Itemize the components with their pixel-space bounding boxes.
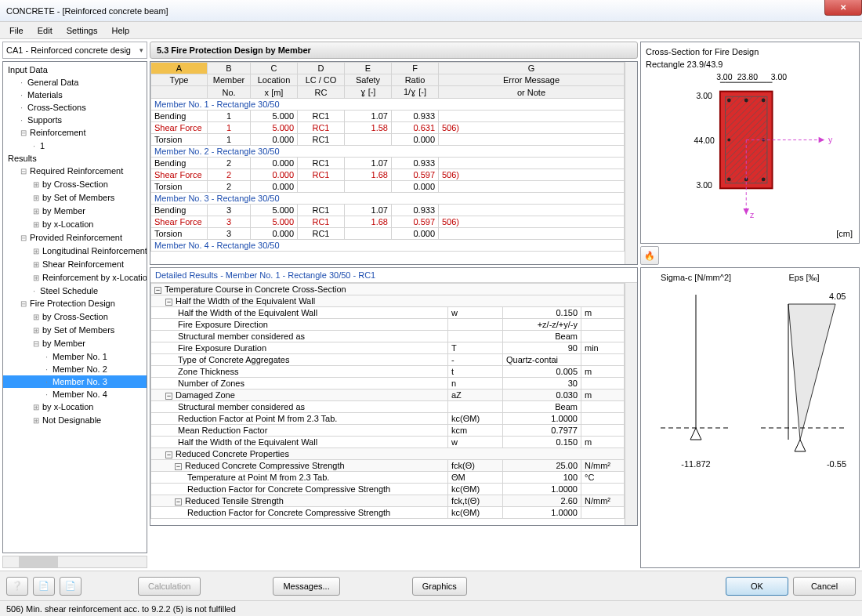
chart-eps: 4.05 (757, 287, 851, 459)
tree-member-3[interactable]: Member No. 3 (3, 375, 147, 388)
tree-member-4[interactable]: Member No. 4 (3, 388, 147, 400)
tree-shear[interactable]: Shear Reinforcement (3, 258, 147, 271)
col-C[interactable]: C (251, 63, 298, 74)
detail-half-header[interactable]: −Half the Width of the Equivalent Wall (151, 295, 625, 307)
svg-marker-28 (690, 428, 701, 440)
svg-marker-21 (819, 137, 825, 143)
menu-edit[interactable]: Edit (31, 24, 59, 38)
svg-text:3.00: 3.00 (696, 181, 712, 190)
detail-dur[interactable]: Fire Exposure DurationT90min (151, 342, 625, 354)
detail-rf[interactable]: Reduction Factor at Point M from 2.3 Tab… (151, 413, 625, 425)
tree-provided[interactable]: Provided Reinforcement (3, 231, 147, 245)
col-E[interactable]: E (345, 63, 392, 74)
tree-results[interactable]: Results (3, 152, 147, 165)
tree-reinf-1[interactable]: 1 (3, 140, 147, 152)
tree-member-1[interactable]: Member No. 1 (3, 350, 147, 363)
detail-agg[interactable]: Type of Concrete Aggregates-Quartz-conta… (151, 354, 625, 366)
row-m2-bending[interactable]: Bending20.000RC11.070.933 (151, 158, 625, 169)
fire-icon-button[interactable]: 🔥 (640, 246, 659, 265)
tree-input-data[interactable]: Input Data (3, 63, 147, 76)
tree-reinforcement[interactable]: Reinforcement (3, 126, 147, 140)
tree-longitudinal[interactable]: Longitudinal Reinforcement (3, 245, 147, 258)
col-A[interactable]: A (151, 63, 208, 74)
menu-settings[interactable]: Settings (60, 24, 104, 38)
tree-not-designable[interactable]: Not Designable (3, 414, 147, 427)
group-m4[interactable]: Member No. 4 - Rectangle 30/50 (151, 240, 625, 252)
menubar: File Edit Settings Help (0, 22, 862, 39)
col-B[interactable]: B (208, 63, 251, 74)
tree-req-by-set[interactable]: by Set of Members (3, 191, 147, 205)
tree-supports[interactable]: Supports (3, 114, 147, 126)
row-m3-shear[interactable]: Shear Force35.000RC11.680.597506) (151, 216, 625, 228)
detail-temp[interactable]: −Temperature Course in Concrete Cross-Se… (151, 284, 625, 295)
detail-smc[interactable]: Structural member considered asBeam (151, 331, 625, 342)
detail-rccs[interactable]: −Reduced Concrete Compressive Strengthfc… (151, 460, 625, 472)
export-button-2[interactable]: 📄 (60, 577, 81, 596)
detail-rfccs[interactable]: Reduction Factor for Concrete Compressiv… (151, 484, 625, 495)
tree-req-by-cs[interactable]: by Cross-Section (3, 178, 147, 191)
tree-general-data[interactable]: General Data (3, 76, 147, 89)
cancel-button[interactable]: Cancel (793, 577, 856, 596)
col-D[interactable]: D (298, 63, 345, 74)
detail-grid-wrap[interactable]: Detailed Results - Member No. 1 - Rectan… (150, 267, 638, 526)
grid-vscroll[interactable] (625, 62, 637, 264)
menu-file[interactable]: File (3, 24, 30, 38)
detail-vscroll[interactable] (625, 283, 637, 525)
detail-half2[interactable]: Half the Width of the Equivalent Wallw0.… (151, 437, 625, 448)
detail-smc2[interactable]: Structural member considered asBeam (151, 401, 625, 413)
tree-required[interactable]: Required Reinforcement (3, 165, 147, 178)
ok-button[interactable]: OK (726, 577, 788, 596)
row-m1-torsion[interactable]: Torsion10.000RC10.000 (151, 134, 625, 146)
group-m1[interactable]: Member No. 1 - Rectangle 30/50 (151, 99, 625, 111)
tree-fire-by-cs[interactable]: by Cross-Section (3, 310, 147, 324)
main-grid[interactable]: A B C D E F G TypeMemberLocationLC / COS… (150, 61, 638, 265)
messages-button[interactable]: Messages... (273, 577, 339, 596)
tree-reinf-by-x[interactable]: Reinforcement by x-Location (3, 271, 147, 284)
detail-header: Detailed Results - Member No. 1 - Rectan… (150, 268, 637, 283)
group-m3[interactable]: Member No. 3 - Rectangle 30/50 (151, 193, 625, 205)
detail-nz[interactable]: Number of Zonesn30 (151, 378, 625, 390)
graphics-button[interactable]: Graphics (412, 577, 467, 596)
row-m2-torsion[interactable]: Torsion20.0000.000 (151, 181, 625, 193)
detail-rts[interactable]: −Reduced Tensile Strengthfck,t(Θ)2.60N/m… (151, 495, 625, 507)
cs-subtitle: Rectangle 23.9/43.9 (646, 60, 854, 69)
detail-rcp[interactable]: −Reduced Concrete Properties (151, 448, 625, 460)
tree-member-2[interactable]: Member No. 2 (3, 363, 147, 375)
close-button[interactable]: ✕ (824, 0, 862, 16)
svg-text:4.05: 4.05 (829, 292, 846, 301)
detail-tpm[interactable]: Temperature at Point M from 2.3 Tab.ΘM10… (151, 472, 625, 484)
col-G[interactable]: G (439, 63, 625, 74)
case-combo[interactable]: CA1 - Reinforced concrete desig (2, 42, 147, 59)
tree-fire[interactable]: Fire Protection Design (3, 297, 147, 310)
detail-dz[interactable]: −Damaged ZoneaZ0.030m (151, 390, 625, 401)
export-button-1[interactable]: 📄 (33, 577, 55, 596)
col-F[interactable]: F (392, 63, 439, 74)
tree-fire-by-x[interactable]: by x-Location (3, 400, 147, 414)
detail-fed[interactable]: Fire Exposure Direction+z/-z/+y/-y (151, 319, 625, 331)
detail-half[interactable]: Half the Width of the Equivalent Wallw0.… (151, 307, 625, 319)
row-m3-bending[interactable]: Bending35.000RC11.070.933 (151, 205, 625, 216)
detail-mrf[interactable]: Mean Reduction Factorkcm0.7977 (151, 425, 625, 437)
row-m1-shear[interactable]: Shear Force15.000RC11.580.631506) (151, 122, 625, 134)
chart-sigma (653, 287, 739, 459)
menu-help[interactable]: Help (105, 24, 136, 38)
tree-hscroll[interactable] (2, 556, 147, 568)
detail-zt[interactable]: Zone Thicknesst0.005m (151, 366, 625, 378)
tree-req-by-x[interactable]: by x-Location (3, 218, 147, 231)
svg-point-8 (762, 178, 766, 182)
group-m2[interactable]: Member No. 2 - Rectangle 30/50 (151, 146, 625, 158)
detail-rfccs2[interactable]: Reduction Factor for Concrete Compressiv… (151, 507, 625, 519)
center-column: 5.3 Fire Protection Design by Member A B… (150, 42, 638, 568)
row-m1-bending[interactable]: Bending15.000RC11.070.933 (151, 111, 625, 122)
calculation-button[interactable]: Calculation (138, 577, 201, 596)
row-m2-shear[interactable]: Shear Force20.000RC11.680.597506) (151, 169, 625, 181)
help-button[interactable]: ❔ (6, 577, 28, 596)
row-m3-torsion[interactable]: Torsion30.000RC10.000 (151, 228, 625, 240)
tree-req-by-member[interactable]: by Member (3, 205, 147, 218)
nav-tree[interactable]: Input Data General Data Materials Cross-… (2, 61, 147, 553)
tree-fire-by-set[interactable]: by Set of Members (3, 324, 147, 337)
tree-steel-schedule[interactable]: Steel Schedule (3, 284, 147, 297)
tree-fire-by-member[interactable]: by Member (3, 337, 147, 350)
tree-materials[interactable]: Materials (3, 89, 147, 101)
tree-cross-sections[interactable]: Cross-Sections (3, 101, 147, 114)
